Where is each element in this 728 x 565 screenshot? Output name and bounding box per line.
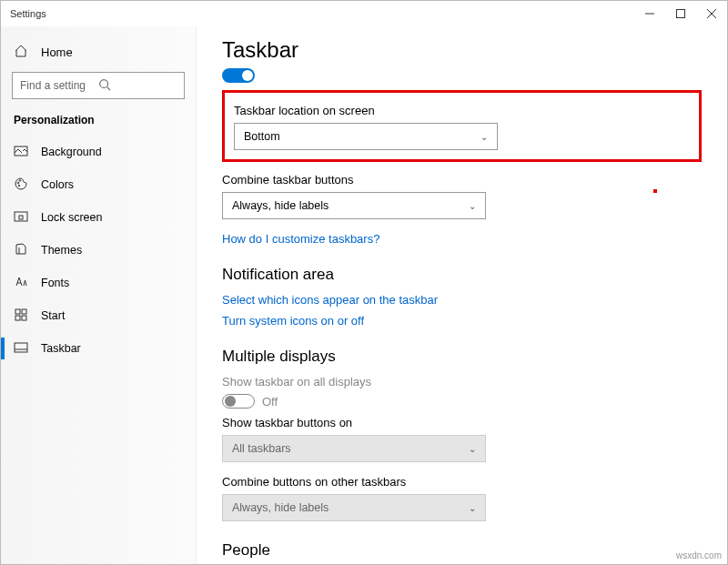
system-icons-link[interactable]: Turn system icons on or off [222, 314, 702, 328]
multi-buttons-label: Show taskbar buttons on [222, 416, 702, 429]
multiple-displays-heading: Multiple displays [222, 348, 702, 366]
svg-line-5 [107, 86, 111, 90]
sidebar-item-label: Colors [41, 178, 74, 191]
maximize-button[interactable] [665, 1, 696, 26]
sidebar-item-start[interactable]: Start [1, 299, 196, 332]
search-input[interactable]: Find a setting [12, 72, 185, 99]
svg-point-8 [19, 179, 21, 181]
svg-rect-11 [19, 216, 23, 219]
background-icon [14, 144, 28, 161]
home-label: Home [41, 45, 73, 59]
sidebar-item-label: Fonts [41, 277, 69, 289]
combine-value: Always, hide labels [232, 199, 469, 212]
multi-buttons-value: All taskbars [232, 442, 469, 455]
people-heading: People [222, 541, 702, 560]
annotation-dot [653, 189, 657, 193]
fonts-icon [14, 275, 28, 292]
lock-screen-icon [14, 209, 28, 227]
chevron-down-icon: ⌄ [469, 444, 476, 454]
customize-link[interactable]: How do I customize taskbars? [222, 232, 702, 246]
sidebar-item-label: Themes [41, 244, 82, 257]
titlebar: Settings [1, 1, 727, 26]
multi-toggle-label: Show taskbar on all displays [222, 375, 702, 388]
svg-rect-15 [22, 316, 26, 320]
svg-point-7 [17, 182, 19, 184]
notification-heading: Notification area [222, 266, 702, 284]
sidebar: Home Find a setting Personalization Back… [1, 26, 197, 564]
search-placeholder: Find a setting [20, 79, 98, 92]
location-label: Taskbar location on screen [234, 104, 690, 117]
toggle-off-icon [222, 394, 255, 409]
sidebar-item-label: Background [41, 146, 102, 158]
home-nav[interactable]: Home [1, 37, 196, 66]
multi-toggle[interactable]: Off [222, 394, 702, 409]
sidebar-item-colors[interactable]: Colors [1, 168, 196, 201]
multi-toggle-state: Off [262, 395, 278, 409]
chevron-down-icon: ⌄ [469, 503, 476, 513]
location-value: Bottom [244, 130, 480, 143]
toggle-top[interactable]: On [222, 68, 702, 83]
sidebar-item-label: Start [41, 309, 65, 322]
sidebar-item-themes[interactable]: Themes [1, 234, 196, 267]
themes-icon [14, 242, 28, 259]
section-title: Personalization [1, 110, 196, 136]
multi-combine-dropdown: Always, hide labels ⌄ [222, 494, 486, 521]
main-content: Taskbar On Taskbar location on screen Bo… [197, 26, 727, 564]
select-icons-link[interactable]: Select which icons appear on the taskbar [222, 293, 702, 307]
svg-rect-16 [15, 343, 27, 352]
svg-point-9 [18, 185, 20, 187]
watermark: wsxdn.com [676, 550, 722, 560]
multi-combine-label: Combine buttons on other taskbars [222, 475, 702, 489]
colors-icon [14, 177, 28, 194]
sidebar-item-taskbar[interactable]: Taskbar [1, 332, 196, 365]
svg-rect-1 [677, 10, 685, 18]
sidebar-item-lockscreen[interactable]: Lock screen [1, 201, 196, 234]
home-icon [14, 44, 28, 61]
close-button[interactable] [696, 1, 727, 26]
taskbar-icon [14, 340, 28, 358]
highlighted-taskbar-location: Taskbar location on screen Bottom ⌄ [222, 90, 702, 162]
svg-rect-13 [22, 309, 26, 314]
page-title: Taskbar [222, 37, 702, 63]
sidebar-item-label: Lock screen [41, 211, 102, 224]
window-title: Settings [1, 8, 46, 19]
start-icon [14, 308, 28, 325]
chevron-down-icon: ⌄ [480, 132, 488, 142]
svg-point-4 [100, 79, 108, 87]
sidebar-item-background[interactable]: Background [1, 136, 196, 168]
sidebar-item-fonts[interactable]: Fonts [1, 267, 196, 299]
svg-rect-12 [15, 309, 20, 314]
combine-dropdown[interactable]: Always, hide labels ⌄ [222, 192, 486, 219]
location-dropdown[interactable]: Bottom ⌄ [234, 123, 498, 150]
minimize-button[interactable] [634, 1, 665, 26]
search-icon [98, 78, 177, 94]
multi-buttons-dropdown: All taskbars ⌄ [222, 435, 486, 462]
combine-label: Combine taskbar buttons [222, 173, 702, 187]
sidebar-item-label: Taskbar [41, 342, 81, 355]
multi-combine-value: Always, hide labels [232, 501, 469, 514]
svg-rect-14 [15, 316, 20, 320]
toggle-on-icon [222, 68, 255, 83]
chevron-down-icon: ⌄ [469, 201, 476, 211]
